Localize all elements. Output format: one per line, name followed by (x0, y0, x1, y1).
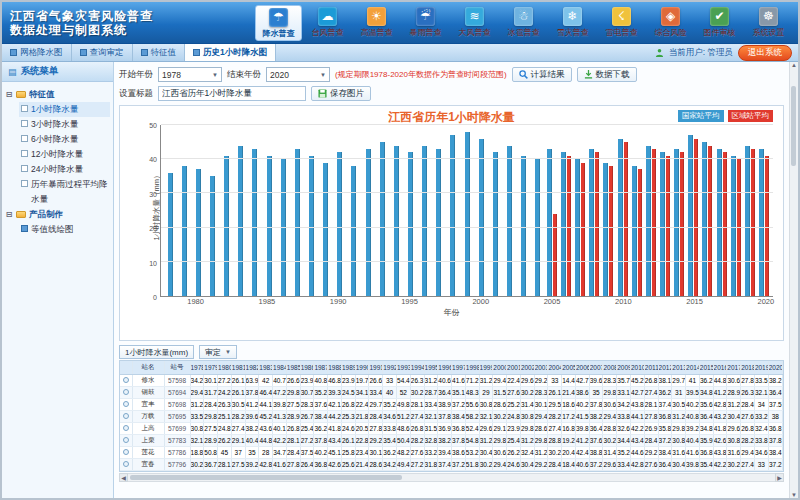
col-year-1984[interactable]: 1984 (273, 361, 287, 374)
vertical-scroll-track[interactable] (790, 68, 798, 492)
chart-title-input[interactable] (158, 86, 306, 101)
tree-folder-product[interactable]: ⊟产品制作 (5, 207, 110, 222)
checkbox-icon[interactable] (21, 135, 28, 142)
horizontal-scroll-thumb[interactable] (130, 475, 402, 480)
tab-history-1h-map[interactable]: 历史1小时降水图 (185, 44, 276, 61)
tree-item-h1[interactable]: 1小时降水量 (19, 102, 110, 117)
module-review[interactable]: ✔图件审核 (696, 5, 743, 41)
metric-select[interactable]: 1小时降水量(mm) (119, 345, 194, 359)
save-image-button[interactable]: 保存图片 (311, 86, 371, 101)
tree-item-h6[interactable]: 6小时降水量 (19, 132, 110, 147)
col-year-1988[interactable]: 1988 (328, 361, 342, 374)
col-year-1983[interactable]: 1983 (259, 361, 273, 374)
module-wind[interactable]: ≋大风普查 (451, 5, 498, 41)
row-expander-icon[interactable] (123, 461, 129, 467)
expander-icon[interactable]: ⊟ (5, 87, 13, 102)
module-typhoon[interactable]: ☁台风普查 (304, 5, 351, 41)
tab-grid-rain-map[interactable]: 网格降水图 (2, 44, 72, 61)
module-hail[interactable]: ☃冰雹普查 (500, 5, 547, 41)
col-year-2003[interactable]: 2003 (534, 361, 548, 374)
col-year-2007[interactable]: 2007 (589, 361, 603, 374)
col-year-2001[interactable]: 2001 (507, 361, 521, 374)
col-year-1987[interactable]: 1987 (314, 361, 328, 374)
row-expander-icon[interactable] (123, 377, 129, 383)
col-year-1981[interactable]: 1981 (231, 361, 245, 374)
col-year-2008[interactable]: 2008 (603, 361, 617, 374)
table-row-57699[interactable]: 上高5769930.827.524.827.438.243.640.126.82… (120, 422, 783, 434)
tree-folder-feature[interactable]: ⊟特征值 (5, 87, 110, 102)
col-year-1993[interactable]: 1993 (396, 361, 410, 374)
module-settings[interactable]: ☸系统设置 (745, 5, 792, 41)
checkbox-icon[interactable] (21, 180, 28, 187)
tab-feature-value[interactable]: 特征值 (133, 44, 186, 61)
vertical-scrollbar[interactable]: ▲ ▼ (789, 62, 798, 498)
tree-item-h3[interactable]: 3小时降水量 (19, 117, 110, 132)
calculate-button[interactable]: 计算结果 (512, 67, 572, 82)
col-year-2019[interactable]: 2019 (754, 361, 768, 374)
checkbox-icon[interactable] (21, 120, 28, 127)
col-year-1978[interactable]: 1978 (190, 361, 204, 374)
col-year-2005[interactable]: 2005 (562, 361, 576, 374)
review-select[interactable]: 审定 ▼ (199, 345, 237, 359)
tree-item-contour[interactable]: 等值线绘图 (19, 222, 110, 237)
end-year-select[interactable]: 2020 ▼ (266, 67, 330, 82)
col-year-2006[interactable]: 2006 (575, 361, 589, 374)
module-snow[interactable]: ❄雪灾普查 (549, 5, 596, 41)
expander-icon[interactable]: ⊟ (5, 207, 13, 222)
row-expander-icon[interactable] (123, 401, 129, 407)
start-year-select[interactable]: 1978 ▼ (158, 67, 222, 82)
col-year-2013[interactable]: 2013 (672, 361, 686, 374)
col-year-1979[interactable]: 1979 (204, 361, 218, 374)
logout-button[interactable]: 退出系统 (738, 45, 792, 61)
legend-regional[interactable]: 区域站平均 (728, 110, 774, 122)
col-year-1994[interactable]: 1994 (410, 361, 424, 374)
col-year-1996[interactable]: 1996 (438, 361, 452, 374)
download-button[interactable]: 数据下载 (577, 67, 637, 82)
col-year-2014[interactable]: 2014 (686, 361, 700, 374)
tree-item-h12[interactable]: 12小时降水量 (19, 147, 110, 162)
col-year-1989[interactable]: 1989 (341, 361, 355, 374)
row-expander-icon[interactable] (123, 389, 129, 395)
table-row-57796[interactable]: 宜春5779630.236.728.127.539.242.841.627.82… (120, 458, 783, 470)
legend-national[interactable]: 国家站平均 (678, 110, 724, 122)
horizontal-scroll-track[interactable] (128, 473, 775, 482)
table-row-57698[interactable]: 宜丰5769831.228.426.330.541.244.139.827.52… (120, 398, 783, 410)
row-expander-icon[interactable] (123, 449, 129, 455)
scroll-left-arrow-icon[interactable]: ◀ (119, 473, 128, 482)
table-row-57694[interactable]: 铜鼓5769429.431.724.226.137.846.447.229.83… (120, 386, 783, 398)
col-year-2011[interactable]: 2011 (644, 361, 658, 374)
table-row-57783[interactable]: 上栗5778332.128.926.229.140.444.842.228.12… (120, 434, 783, 446)
col-year-1991[interactable]: 1991 (369, 361, 383, 374)
col-station[interactable]: 站名 (132, 361, 164, 374)
module-rainstorm[interactable]: ☔暴雨普查 (402, 5, 449, 41)
table-row-57695[interactable]: 万载5769533.529.825.128.239.645.241.328.92… (120, 410, 783, 422)
col-year-1998[interactable]: 1998 (465, 361, 479, 374)
tree-item-h24[interactable]: 24小时降水量 (19, 162, 110, 177)
col-year-1986[interactable]: 1986 (300, 361, 314, 374)
tab-query-review[interactable]: 查询审定 (72, 44, 133, 61)
col-year-1990[interactable]: 1990 (355, 361, 369, 374)
row-expander-icon[interactable] (123, 413, 129, 419)
scroll-right-arrow-icon[interactable]: ▶ (775, 473, 784, 482)
col-year-1985[interactable]: 1985 (286, 361, 300, 374)
col-year-1980[interactable]: 1980 (218, 361, 232, 374)
col-year-2010[interactable]: 2010 (631, 361, 645, 374)
checkbox-icon[interactable] (21, 165, 28, 172)
table-row-57786[interactable]: 莲花5778618.850.84537352834.728.437.540.24… (120, 446, 783, 458)
row-expander-icon[interactable] (123, 437, 129, 443)
col-year-2017[interactable]: 2017 (727, 361, 741, 374)
col-year-2000[interactable]: 2000 (493, 361, 507, 374)
col-year-2002[interactable]: 2002 (520, 361, 534, 374)
checkbox-icon[interactable] (21, 150, 28, 157)
module-rain[interactable]: ☂降水普查 (255, 5, 302, 41)
col-id[interactable]: 站号 (164, 361, 190, 374)
col-year-1999[interactable]: 1999 (479, 361, 493, 374)
row-expander-icon[interactable] (123, 425, 129, 431)
col-year-1995[interactable]: 1995 (424, 361, 438, 374)
col-year-2020[interactable]: 2020 (768, 361, 782, 374)
col-year-2004[interactable]: 2004 (548, 361, 562, 374)
col-year-2018[interactable]: 2018 (741, 361, 755, 374)
module-lightning[interactable]: ☇雷电普查 (598, 5, 645, 41)
col-year-1997[interactable]: 1997 (452, 361, 466, 374)
checkbox-icon[interactable] (21, 105, 28, 112)
